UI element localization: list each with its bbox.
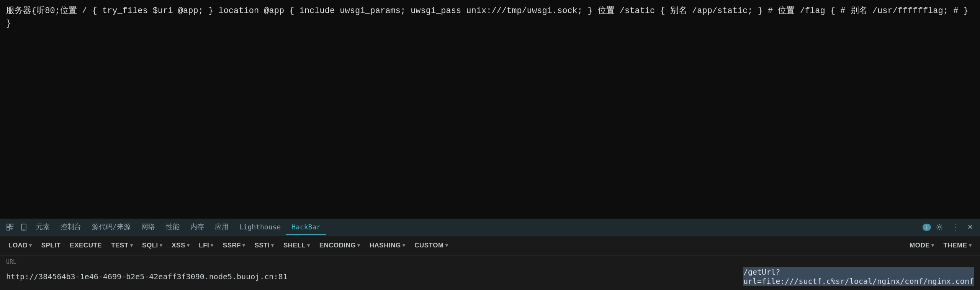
more-icon: ⋮: [951, 222, 958, 232]
svg-rect-1: [10, 224, 13, 227]
more-options-button[interactable]: ⋮: [948, 220, 962, 234]
theme-chevron: ▾: [969, 242, 972, 248]
device-toggle-button[interactable]: [17, 220, 31, 234]
tab-lighthouse[interactable]: Lighthouse: [234, 219, 286, 235]
ssti-button[interactable]: SSTI ▾: [251, 239, 278, 252]
url-value-container: http://384564b3-1e46-4699-b2e5-42eaff3f3…: [6, 267, 974, 286]
tab-application[interactable]: 应用: [209, 219, 234, 235]
xss-chevron: ▾: [187, 242, 190, 248]
load-button[interactable]: LOAD ▾: [5, 239, 36, 252]
svg-rect-2: [7, 227, 10, 230]
ssrf-button[interactable]: SSRF ▾: [219, 239, 249, 252]
mode-chevron: ▾: [931, 242, 934, 248]
encoding-button[interactable]: ENCODING ▾: [316, 239, 364, 252]
url-selected-part[interactable]: /getUrl?url=file:///suctf.c%sr/local/ngi…: [743, 267, 974, 286]
custom-chevron: ▾: [445, 242, 448, 248]
hackbar-toolbar: LOAD ▾ SPLIT EXECUTE TEST ▾ SQLI ▾ XSS ▾…: [0, 236, 980, 255]
tab-network[interactable]: 网络: [136, 219, 160, 235]
lfi-chevron: ▾: [211, 242, 214, 248]
terminal-area: 服务器{听80;位置 / { try_files $uri @app; } lo…: [0, 0, 980, 219]
test-chevron: ▾: [130, 242, 133, 248]
theme-button[interactable]: THEME ▾: [940, 239, 976, 252]
url-prefix: http://384564b3-1e46-4699-b2e5-42eaff3f3…: [6, 272, 743, 281]
tab-sources[interactable]: 源代码/来源: [87, 219, 136, 235]
sqli-button[interactable]: SQLI ▾: [138, 239, 166, 252]
test-button[interactable]: TEST ▾: [107, 239, 137, 252]
xss-button[interactable]: XSS ▾: [168, 239, 193, 252]
tab-performance[interactable]: 性能: [160, 219, 185, 235]
svg-rect-0: [7, 224, 10, 227]
close-icon: ✕: [967, 223, 973, 231]
svg-point-5: [939, 226, 941, 228]
shell-button[interactable]: SHELL ▾: [280, 239, 314, 252]
terminal-output: 服务器{听80;位置 / { try_files $uri @app; } lo…: [6, 5, 974, 30]
devtools-tabs: 元素 控制台 源代码/来源 网络 性能 内存 应用 Lighthouse Hac…: [31, 219, 923, 235]
tab-console[interactable]: 控制台: [55, 219, 87, 235]
lfi-button[interactable]: LFI ▾: [195, 239, 218, 252]
mode-button[interactable]: MODE ▾: [906, 239, 938, 252]
close-devtools-button[interactable]: ✕: [963, 220, 977, 234]
tab-memory[interactable]: 内存: [185, 219, 209, 235]
tab-elements[interactable]: 元素: [31, 219, 55, 235]
url-area: URL http://384564b3-1e46-4699-b2e5-42eaf…: [0, 255, 980, 290]
devtools-right-icons: 1 ⋮ ✕: [923, 220, 977, 234]
settings-button[interactable]: [933, 220, 946, 234]
hashing-chevron: ▾: [402, 242, 406, 248]
inspect-element-button[interactable]: [3, 220, 17, 234]
execute-button[interactable]: EXECUTE: [66, 239, 106, 252]
tab-hackbar[interactable]: HackBar: [286, 219, 326, 235]
ssti-chevron: ▾: [271, 242, 274, 248]
ssrf-chevron: ▾: [242, 242, 245, 248]
sqli-chevron: ▾: [160, 242, 163, 248]
devtools-toolbar: 元素 控制台 源代码/来源 网络 性能 内存 应用 Lighthouse Hac…: [0, 219, 980, 236]
hashing-button[interactable]: HASHING ▾: [366, 239, 409, 252]
console-badge: 1: [923, 224, 931, 231]
load-chevron: ▾: [29, 242, 32, 248]
encoding-chevron: ▾: [357, 242, 360, 248]
custom-button[interactable]: CUSTOM ▾: [411, 239, 452, 252]
url-label: URL: [6, 259, 974, 265]
split-button[interactable]: SPLIT: [38, 239, 65, 252]
shell-chevron: ▾: [307, 242, 310, 248]
